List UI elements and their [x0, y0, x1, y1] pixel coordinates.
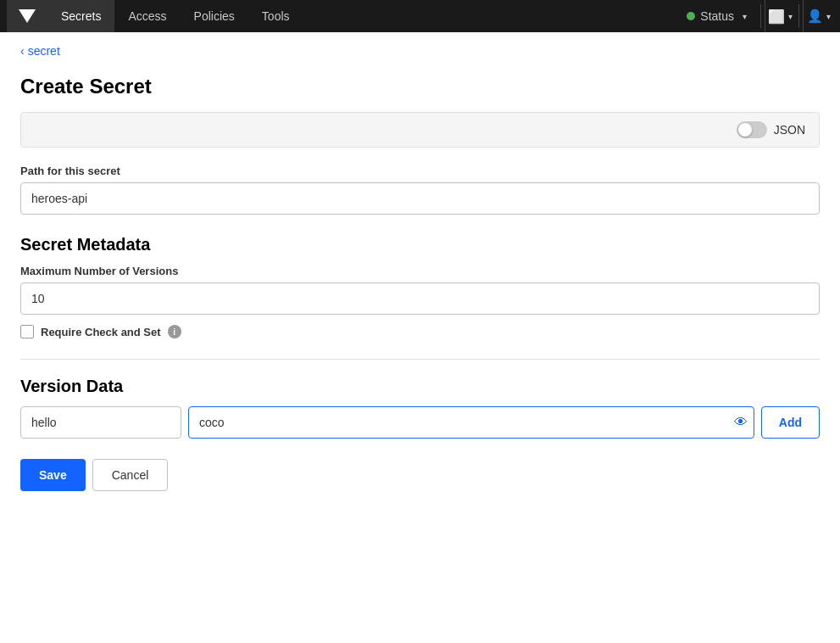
status-chevron-icon: ▾: [743, 12, 747, 21]
version-value-input[interactable]: [188, 406, 754, 439]
require-cas-info-icon[interactable]: i: [168, 325, 181, 338]
main-content: Create Secret JSON Path for this secret …: [0, 64, 840, 512]
version-key-input[interactable]: [20, 406, 181, 439]
terminal-chevron-icon: ▾: [788, 12, 793, 21]
status-indicator: [687, 12, 695, 20]
require-cas-label: Require Check and Set: [41, 326, 161, 338]
breadcrumb-back-label: secret: [28, 44, 60, 58]
toggle-visibility-button[interactable]: 👁: [734, 415, 748, 430]
vault-logo-triangle: [19, 9, 36, 23]
nav-item-tools[interactable]: Tools: [248, 0, 303, 32]
status-label: Status: [700, 9, 734, 23]
nav-divider-1: [760, 4, 761, 28]
max-versions-input[interactable]: [20, 282, 820, 315]
save-button[interactable]: Save: [20, 459, 86, 491]
breadcrumb-back-link[interactable]: ‹ secret: [20, 44, 60, 58]
nav-bar: Secrets Access Policies Tools Status ▾ ⬜…: [0, 0, 840, 32]
json-toggle-bar: JSON: [20, 112, 820, 148]
require-cas-checkbox[interactable]: [20, 325, 34, 338]
page-title: Create Secret: [20, 75, 820, 98]
terminal-button[interactable]: ⬜ ▾: [765, 0, 795, 32]
version-data-section: Version Data 👁 Add: [20, 377, 820, 439]
terminal-icon: ⬜: [768, 8, 785, 25]
breadcrumb-bar: ‹ secret: [0, 32, 840, 64]
path-section: Path for this secret: [20, 165, 820, 215]
nav-item-secrets[interactable]: Secrets: [47, 0, 114, 32]
json-toggle-switch[interactable]: [737, 121, 767, 138]
user-icon: 👤: [807, 8, 823, 24]
status-dropdown[interactable]: Status ▾: [676, 9, 757, 23]
nav-divider-2: [798, 4, 799, 28]
json-toggle-knob: [738, 123, 752, 137]
nav-item-policies[interactable]: Policies: [181, 0, 248, 32]
metadata-heading: Secret Metadata: [20, 235, 820, 254]
breadcrumb-back-icon: ‹: [20, 44, 25, 58]
max-versions-label: Maximum Number of Versions: [20, 265, 820, 277]
require-cas-row: Require Check and Set i: [20, 325, 820, 338]
metadata-section: Secret Metadata Maximum Number of Versio…: [20, 235, 820, 338]
user-chevron-icon: ▾: [826, 12, 831, 21]
path-input[interactable]: [20, 182, 820, 215]
user-menu-button[interactable]: 👤 ▾: [803, 0, 833, 32]
cancel-button[interactable]: Cancel: [92, 459, 169, 491]
version-value-wrapper: 👁: [188, 406, 754, 439]
action-row: Save Cancel: [20, 459, 820, 491]
json-toggle-container: JSON: [737, 121, 805, 138]
vault-logo[interactable]: [7, 0, 47, 32]
add-button[interactable]: Add: [761, 406, 820, 439]
section-divider: [20, 359, 820, 360]
eye-icon: 👁: [734, 415, 748, 430]
path-label: Path for this secret: [20, 165, 820, 177]
version-data-heading: Version Data: [20, 377, 820, 396]
json-toggle-label: JSON: [774, 123, 805, 137]
top-nav: Secrets Access Policies Tools Status ▾ ⬜…: [0, 0, 840, 32]
nav-item-access[interactable]: Access: [114, 0, 180, 32]
version-data-row: 👁 Add: [20, 406, 820, 439]
